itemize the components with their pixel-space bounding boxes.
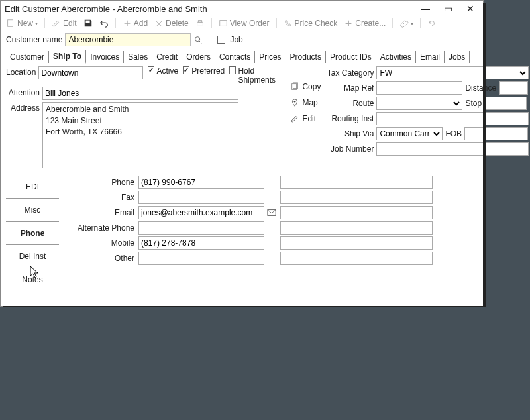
search-icon[interactable] <box>193 35 205 44</box>
delete-button[interactable]: Delete <box>153 19 190 28</box>
attention-label: Attention <box>6 87 42 97</box>
phone-icon <box>284 19 293 28</box>
print-button[interactable] <box>194 19 206 28</box>
tab-activities[interactable]: Activities <box>376 51 416 63</box>
copy-icon <box>290 82 299 91</box>
maximize-button[interactable]: ▭ <box>439 3 456 14</box>
undo-button[interactable] <box>98 19 110 28</box>
active-checkbox[interactable] <box>148 66 154 74</box>
svg-rect-0 <box>8 20 13 27</box>
delete-icon <box>154 19 164 28</box>
customer-name-input[interactable] <box>65 33 191 46</box>
email-icon[interactable] <box>267 209 276 217</box>
map-button[interactable]: Map <box>290 98 321 107</box>
tab-products[interactable]: Products <box>286 51 326 63</box>
email-label: Email <box>64 208 138 217</box>
create-button[interactable]: Create... <box>343 19 387 28</box>
new-icon <box>6 19 15 28</box>
tab-product-ids[interactable]: Product IDs <box>326 51 376 63</box>
vtab-phone[interactable]: Phone <box>6 222 59 245</box>
mobile-input[interactable] <box>138 236 264 250</box>
routing-inst-input[interactable] <box>376 112 529 125</box>
map-pin-icon <box>290 98 299 107</box>
phone-input[interactable] <box>138 176 264 189</box>
location-label: Location <box>6 66 38 77</box>
hold-checkbox[interactable] <box>229 66 236 74</box>
job-number-label: Job Number <box>326 144 376 154</box>
other-input[interactable] <box>138 252 264 265</box>
fax-input-2[interactable] <box>280 191 433 204</box>
fax-label: Fax <box>64 193 138 202</box>
tab-credit[interactable]: Credit <box>152 51 182 63</box>
attach-button[interactable]: ▾ <box>398 19 415 28</box>
tab-contacts[interactable]: Contacts <box>215 51 255 63</box>
email-input[interactable] <box>138 206 264 219</box>
attention-input[interactable] <box>42 87 238 100</box>
print-icon <box>195 19 205 28</box>
refresh-button[interactable] <box>426 19 438 28</box>
fob-input[interactable] <box>464 127 528 140</box>
job-checkbox[interactable] <box>217 36 225 44</box>
refresh-icon <box>427 19 437 28</box>
alt-phone-input-2[interactable] <box>280 221 433 235</box>
fax-input[interactable] <box>138 191 264 204</box>
job-number-input[interactable] <box>376 142 529 156</box>
add-button[interactable]: Add <box>121 19 149 28</box>
edit-button[interactable]: Edit <box>50 19 78 28</box>
job-label: Job <box>230 35 242 44</box>
routing-inst-label: Routing Inst <box>326 114 376 123</box>
vtab-misc[interactable]: Misc <box>6 199 59 222</box>
distance-label: Distance <box>462 83 499 93</box>
mobile-label: Mobile <box>64 238 138 248</box>
save-button[interactable] <box>82 19 94 28</box>
tab-prices[interactable]: Prices <box>255 51 286 63</box>
ship-via-label: Ship Via <box>326 129 376 138</box>
minimize-button[interactable]: — <box>417 3 434 14</box>
distance-input[interactable] <box>499 81 528 95</box>
other-input-2[interactable] <box>280 252 433 265</box>
address-label: Address <box>6 102 42 113</box>
svg-rect-1 <box>85 21 89 23</box>
pencil-icon <box>52 19 61 28</box>
close-button[interactable]: ✕ <box>462 3 479 14</box>
hold-label: Hold Shipments <box>238 66 285 85</box>
phone-input-2[interactable] <box>280 176 433 189</box>
price-check-button[interactable]: Price Check <box>282 19 339 28</box>
tab-email[interactable]: Email <box>416 51 445 63</box>
copy-button[interactable]: Copy <box>290 82 321 91</box>
fob-label: FOB <box>443 129 464 138</box>
view-order-button[interactable]: View Order <box>217 19 271 28</box>
paperclip-icon <box>399 19 409 28</box>
tab-ship-to[interactable]: Ship To <box>49 50 86 64</box>
preferred-checkbox[interactable] <box>183 66 189 74</box>
vtab-del-inst[interactable]: Del Inst <box>6 245 59 268</box>
location-input[interactable] <box>38 66 143 79</box>
tab-jobs[interactable]: Jobs <box>445 51 470 63</box>
address-box[interactable]: Abercrombie and Smith 123 Main Street Fo… <box>42 102 238 168</box>
mobile-input-2[interactable] <box>280 236 433 250</box>
tab-sales[interactable]: Sales <box>124 51 152 63</box>
email-input-2[interactable] <box>280 206 433 219</box>
svg-rect-3 <box>198 21 201 23</box>
edit-address-button[interactable]: Edit <box>290 114 321 123</box>
stop-label: Stop <box>462 99 484 108</box>
svg-line-6 <box>199 41 202 44</box>
stop-input[interactable] <box>484 97 527 110</box>
map-ref-input[interactable] <box>376 81 462 95</box>
save-icon <box>83 19 93 28</box>
other-label: Other <box>64 254 138 263</box>
tab-customer[interactable]: Customer <box>6 51 49 63</box>
vtab-edi[interactable]: EDI <box>6 176 59 199</box>
vtab-notes[interactable]: Notes <box>6 268 59 291</box>
tax-category-label: Tax Category <box>326 68 376 78</box>
route-select[interactable] <box>376 97 462 110</box>
vertical-tabs: EDI Misc Phone Del Inst Notes <box>6 176 59 291</box>
tab-invoices[interactable]: Invoices <box>86 51 124 63</box>
alt-phone-input[interactable] <box>138 221 264 235</box>
tax-category-select[interactable]: FW <box>376 66 529 79</box>
ship-via-select[interactable]: Common Carr <box>376 127 443 140</box>
customer-name-label: Customer name <box>6 35 62 44</box>
new-button[interactable]: New ▾ <box>5 19 39 28</box>
tab-orders[interactable]: Orders <box>182 51 215 63</box>
alt-phone-label: Alternate Phone <box>64 223 138 233</box>
